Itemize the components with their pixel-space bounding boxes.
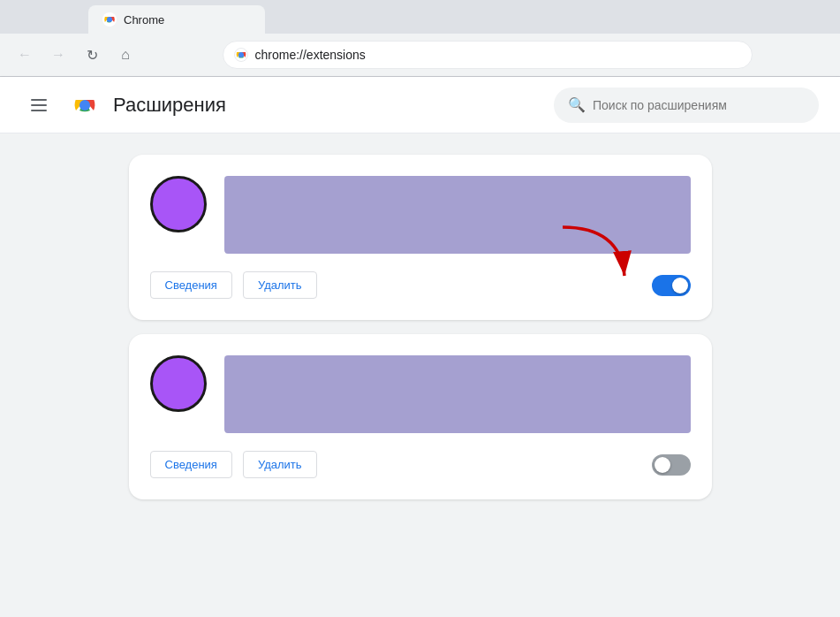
extension-banner-2 [224,355,691,433]
search-input[interactable] [593,98,787,112]
menu-button[interactable] [21,88,57,123]
back-button[interactable]: ← [11,41,39,69]
extension-card-2: Сведения Удалить [129,334,712,499]
card-top-2 [150,355,691,433]
svg-point-5 [238,52,244,57]
tab-title: Chrome [124,13,164,27]
page-header: Расширения 🔍 [0,77,840,133]
toggle-track-1 [652,275,691,296]
card-top-1 [150,176,691,254]
tab-favicon [102,12,117,27]
extension-icon-1 [150,176,207,232]
extension-icon-2 [150,355,207,412]
details-button-1[interactable]: Сведения [150,271,232,299]
toggle-1[interactable] [652,275,691,296]
toggle-track-2 [652,454,691,476]
hamburger-line-1 [31,99,47,101]
page-title: Расширения [113,94,226,117]
reload-button[interactable]: ↻ [78,41,106,69]
toggle-thumb-2 [655,457,670,473]
remove-button-2[interactable]: Удалить [243,451,317,478]
svg-point-2 [107,17,112,22]
nav-bar: ← → ↻ ⌂ chrome://extensions [0,34,840,76]
active-tab[interactable]: Chrome [88,5,265,34]
address-bar[interactable]: chrome://extensions [223,41,753,69]
svg-point-8 [79,100,90,110]
home-button[interactable]: ⌂ [111,41,140,69]
toggle-2[interactable] [652,454,691,476]
main-content: Сведения Удалить [0,133,840,617]
hamburger-line-3 [31,110,47,111]
toggle-thumb-1 [672,278,688,293]
chrome-logo [71,91,99,119]
tab-bar: Chrome [0,0,840,34]
remove-button-1[interactable]: Удалить [243,271,317,299]
extension-banner-1 [224,176,691,254]
search-icon: 🔍 [568,96,586,113]
chrome-icon [234,48,248,62]
browser-chrome: Chrome ← → ↻ ⌂ chrome://extensions [0,0,840,77]
address-text: chrome://extensions [255,48,366,62]
search-bar[interactable]: 🔍 [554,88,819,123]
hamburger-line-2 [31,104,47,106]
card-bottom-2: Сведения Удалить [150,451,691,478]
card-bottom-1: Сведения Удалить [150,271,691,299]
extension-card-1: Сведения Удалить [129,155,712,320]
forward-button[interactable]: → [44,41,72,69]
details-button-2[interactable]: Сведения [150,451,232,478]
